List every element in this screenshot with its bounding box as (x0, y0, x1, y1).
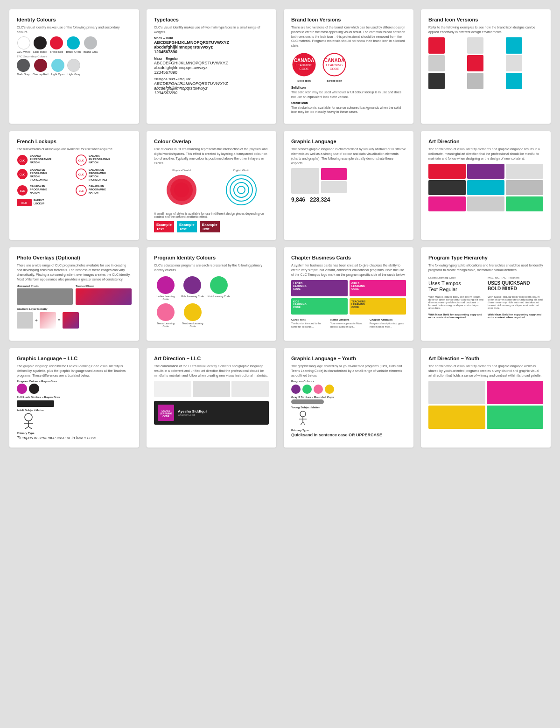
lockup-3-label: CANADA ENPROGRAMMENATION(Horizontal) (30, 168, 48, 182)
swatch-light-gray-circle (67, 59, 80, 72)
secondary-colors-label: TRC Secondary Colours (17, 55, 132, 58)
maax-regular-lower: abcdefghijklmnopqrstuvwxyz (154, 65, 269, 70)
art-direction-llc-desc: The combination of the LLC's visual iden… (154, 364, 269, 378)
swatch-white-label: CLC White (17, 50, 30, 53)
card-program-identity: Program Identity Colours CLC's education… (147, 247, 276, 341)
graphic-img-3 (321, 181, 347, 193)
svg-text:CLC: CLC (78, 173, 84, 176)
program-identity-title: Program Identity Colours (154, 255, 269, 260)
glc-label: Girls Learning Code (181, 295, 204, 298)
bc-detail-2-title: Name Officers (330, 318, 367, 321)
stat-2-num: 228,324 (310, 196, 330, 203)
chapter-business-cards-title: Chapter Business Cards (291, 255, 406, 260)
youth-green (302, 385, 312, 394)
maax-bold-num: 1234567890 (154, 49, 269, 54)
layer-2 (40, 312, 56, 329)
full-black-label: Full Black Strokes – Rayon Gras (17, 396, 132, 399)
youth-art-2 (487, 381, 544, 404)
photo-untreated (17, 288, 73, 305)
brand-collage-9 (506, 73, 522, 89)
program-circles-2: Teens Learning Code Teachers Learning Co… (154, 303, 269, 328)
grey-label-youth: Gray 3 Strokes – Rounded Caps (291, 396, 406, 399)
svg-text:CODE: CODE (162, 415, 169, 418)
bc-green: KIDSLEARNINGCODE (291, 298, 348, 315)
svg-text:CODE: CODE (329, 67, 339, 70)
overlap-note: A small range of styles is available for… (154, 212, 269, 218)
maax-bold-upper: ABCDEFGHIJKLMNOPQRSTUVWXYZ (154, 40, 269, 45)
type-h-label-1: Ladies Learning Code (428, 276, 484, 279)
prog-color-label-youth: Program Colours (291, 380, 406, 383)
type-notes: With Maax Regular body text lorem ipsum … (428, 295, 543, 319)
gradient-label: Gradient Layer Density (17, 308, 132, 310)
program-teach: Teachers Learning Code (181, 303, 204, 328)
brand-collage-1 (428, 37, 445, 54)
grey-stroke (291, 399, 324, 404)
brand-icon-2-desc: Refer to the following examples to see h… (428, 25, 543, 35)
klc-label: Kids Learning Code (208, 295, 230, 298)
stats-row: 9,846 228,324 (291, 196, 406, 203)
lockup-7-icon: CLC (17, 199, 32, 206)
maax-regular-name: Maax – Regular (154, 57, 269, 60)
brand-collage-7 (428, 73, 445, 89)
brand-icon-2-grid (428, 37, 543, 89)
bc-detail-3: Chapter Affiliates Program description t… (370, 318, 406, 329)
lockup-2-icon: CLC (76, 154, 87, 166)
plus-sign: + (35, 318, 38, 323)
llc-person-name: Ayesha Siddiqui (178, 409, 207, 413)
bc-details: Card Front The front of the card is the … (291, 318, 406, 329)
graphic-llc-desc: The graphic language used by the Ladies … (17, 364, 132, 378)
brand-icon-solid: CANADA LEARNING CODE Solid Icon (291, 52, 317, 82)
type-h-col-1: Ladies Learning Code Uses TiemposText Re… (428, 276, 484, 293)
swatch-light-cyan-label: Light Cyan (51, 73, 65, 76)
photo-overlays-desc: There are a wide range of CLC program ph… (17, 263, 132, 281)
lockup-3: CLC CANADA ENPROGRAMMENATION(Horizontal) (17, 168, 73, 182)
youth-art-4 (487, 406, 544, 429)
lockup-2-label: CANADAEN PROGRAMMENATION (89, 154, 110, 164)
graphic-images (291, 168, 406, 194)
type-note-3: With Maax Bold for supporting copy and e… (428, 313, 484, 319)
teach-label: Teachers Learning Code (181, 322, 204, 328)
primary-type-label-youth: Primary Type (291, 429, 406, 432)
klc-circle (210, 276, 228, 294)
adult-subject-label: Adult Subject Matter (17, 409, 132, 412)
lockup-6-icon: CLC (76, 185, 87, 196)
maax-regular-upper: ABCDEFGHIJKLMNOPQRSTUVWXYZ (154, 61, 269, 65)
llc-magenta-circle (17, 384, 27, 394)
primary-type-example-youth: Quicksand in sentence case OR UPPERCASE (291, 433, 406, 437)
youth-pink (314, 385, 323, 394)
lockup-4-label: CANADA ENPROGRAMMENATION(Horizontal) (89, 168, 107, 182)
identity-colours-title: Identity Colours (17, 17, 132, 22)
card-brand-icon-2: Brand Icon Versions Refer to the followi… (421, 9, 551, 124)
lockup-grid: CLC CANADAEN PROGRAMMENATION CLC CANADAE… (17, 154, 132, 206)
youth-art-3 (428, 406, 485, 429)
type-note-1: With Maax Regular body text lorem ipsum … (428, 295, 484, 309)
lockup-1-icon: CLC (17, 154, 28, 166)
photo-treated (76, 288, 132, 305)
card-french-lockups: French Lockups The full versions of all … (9, 131, 139, 240)
colour-overlap-desc: Use of colour in CLC's branding represen… (154, 147, 269, 165)
youth-yellow (325, 385, 334, 394)
swatch-overlap-red: Overlap Red (33, 59, 49, 76)
graphic-youth-desc: The graphic language shared by all youth… (291, 364, 406, 378)
tiempos-num: 1234567890 (154, 91, 269, 95)
bc-yellow-text: TEACHERSLEARNINGCODE (351, 300, 404, 308)
svg-line-41 (301, 422, 303, 425)
card-art-direction-llc: Art Direction – LLC The combination of t… (147, 348, 276, 447)
program-circles: Ladies Learning Code Girls Learning Code… (154, 276, 269, 301)
brand-collage-4 (428, 55, 445, 71)
svg-point-38 (300, 411, 306, 417)
stroke-icon-text: The stroke icon is available for use on … (291, 105, 406, 115)
card-identity-colours: Identity Colours CLC's visual identity m… (9, 9, 139, 124)
llc-circles (17, 384, 132, 394)
llc-art-1 (154, 381, 191, 397)
tiempos-name: Tiempos Text – Regular (154, 77, 269, 81)
svg-line-32 (25, 427, 28, 429)
llc-person-info: Ayesha Siddiqui Chapter Lead (178, 409, 207, 416)
type-hierarchy-grid: Ladies Learning Code Uses TiemposText Re… (428, 276, 543, 293)
svg-text:CLC: CLC (20, 189, 25, 192)
bc-detail-3-title: Chapter Affiliates (370, 318, 406, 321)
typefaces-title: Typefaces (154, 17, 269, 22)
example-text-cyan: ExampleText (177, 221, 197, 232)
swatch-gray-circle (84, 36, 97, 49)
brand-icons-row: CANADA LEARNING CODE Solid Icon CANADA L… (291, 52, 406, 82)
